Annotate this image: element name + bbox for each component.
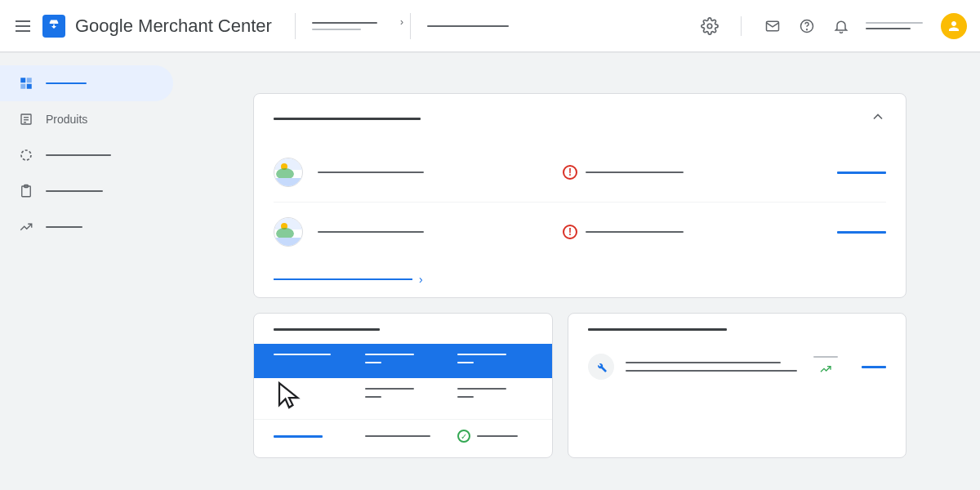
- divider: [295, 13, 296, 39]
- check-icon: ✓: [457, 430, 470, 443]
- sidebar-item-growth[interactable]: [0, 209, 173, 245]
- mail-icon[interactable]: [763, 16, 782, 36]
- opportunities-card: [568, 313, 906, 458]
- header-breadcrumb: [427, 25, 509, 27]
- sidebar-item-label: [46, 226, 82, 228]
- svg-point-3: [807, 29, 808, 29]
- header: Google Merchant Center ›: [0, 0, 980, 52]
- account-label: [866, 22, 923, 29]
- card-title: [588, 328, 727, 331]
- svg-point-12: [21, 150, 31, 160]
- trending-up-icon: [819, 363, 832, 378]
- notifications-icon[interactable]: [831, 16, 851, 36]
- svg-rect-4: [20, 78, 25, 82]
- sidebar-item-label: [46, 82, 87, 84]
- account-dropdown[interactable]: ›: [312, 22, 394, 30]
- sidebar-item-products[interactable]: Produits: [0, 101, 173, 137]
- dashboard-icon: [18, 75, 34, 91]
- card-title: [274, 328, 380, 331]
- products-status-card: ! ! ›: [253, 93, 906, 298]
- wrench-icon: [588, 354, 614, 380]
- data-table-card: ✓: [253, 313, 553, 458]
- row-action-link[interactable]: [837, 172, 886, 174]
- circle-dashed-icon: [18, 147, 34, 163]
- row-action-link[interactable]: [837, 231, 886, 234]
- svg-rect-7: [27, 84, 32, 89]
- svg-rect-5: [27, 78, 32, 82]
- product-thumbnail: [274, 158, 303, 187]
- sidebar-item-orders[interactable]: [0, 173, 173, 209]
- svg-point-0: [707, 24, 712, 29]
- divider: [741, 16, 742, 36]
- table-footer-link[interactable]: [274, 435, 323, 438]
- sidebar-item-performance[interactable]: [0, 137, 173, 173]
- svg-rect-6: [20, 84, 25, 89]
- opportunity-row[interactable]: [588, 354, 886, 380]
- list-icon: [18, 111, 34, 127]
- main-content: ! ! ›: [180, 52, 980, 490]
- alert-icon: !: [563, 165, 577, 180]
- product-row[interactable]: !: [274, 143, 886, 203]
- card-title: [274, 118, 421, 120]
- divider: [410, 13, 411, 39]
- sidebar-item-label: Produits: [46, 113, 87, 126]
- app-title: Google Merchant Center: [75, 16, 272, 37]
- sidebar-item-label: [46, 154, 111, 156]
- clipboard-icon: [18, 183, 34, 199]
- settings-icon[interactable]: [700, 16, 719, 36]
- alert-icon: !: [563, 225, 577, 239]
- user-avatar[interactable]: [941, 13, 967, 39]
- product-thumbnail: [274, 217, 303, 247]
- sidebar-item-overview[interactable]: [0, 65, 173, 101]
- sidebar-item-label: [46, 190, 103, 192]
- table-row[interactable]: [254, 344, 552, 378]
- menu-button[interactable]: [13, 16, 33, 36]
- collapse-button[interactable]: [870, 109, 886, 128]
- help-icon[interactable]: [797, 16, 817, 36]
- trending-up-icon: [18, 219, 34, 235]
- sidebar: Produits: [0, 52, 180, 490]
- cursor-icon: [274, 381, 304, 413]
- product-row[interactable]: !: [274, 203, 886, 261]
- view-all-link[interactable]: ›: [274, 261, 886, 286]
- merchant-center-logo: [42, 15, 65, 38]
- chevron-right-icon: ›: [419, 273, 423, 286]
- opportunity-link[interactable]: [862, 366, 886, 368]
